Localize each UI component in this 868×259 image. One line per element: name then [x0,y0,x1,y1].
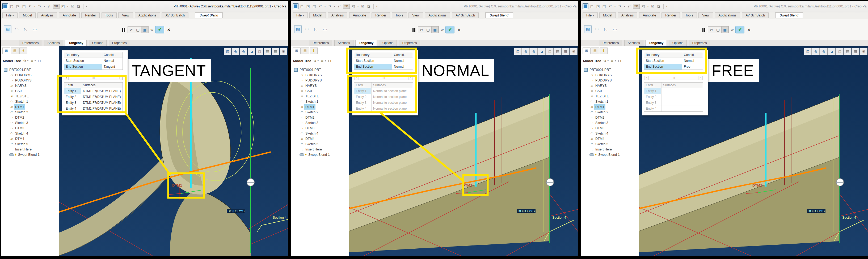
datum-display-button[interactable]: ✳ [860,48,867,55]
tree-item[interactable]: ▱DTM3 [581,125,639,131]
model-tree-tab[interactable]: ⊞ [583,47,591,54]
zoom-out-button[interactable]: ⊖ [820,48,828,55]
tree-item[interactable]: ◠Sketch 4 [581,131,639,136]
tab-model[interactable]: Model [599,12,616,18]
file-menu[interactable]: File▾ [583,12,598,18]
start-section-row[interactable]: Start Section Normal [354,58,413,64]
zoom-in-button[interactable]: ⊕ [812,48,819,55]
horizontal-scrollbar[interactable]: ◄ |||| ► [354,76,413,80]
tab-references[interactable]: References [599,40,622,46]
sb-badge-icon[interactable]: SB [53,4,60,9]
tab-properties[interactable]: Properties [109,40,130,46]
start-section-row[interactable]: Start Section Normal [644,58,703,64]
entity-row[interactable]: Entity 2 Normal to section plane [354,94,413,100]
tab-view[interactable]: View [118,12,133,18]
tree-item[interactable]: ▱DTM2 [1,115,59,120]
favorites-tab[interactable]: ✱ [20,47,27,54]
tab-properties[interactable]: Properties [689,40,710,46]
zoom-out-button[interactable]: ⊖ [240,48,247,55]
tree-item[interactable]: ◠Sketch 2 [1,110,59,115]
open-button[interactable]: ◳ [305,4,311,9]
tree-item[interactable]: ✳TEZISTE [581,94,639,99]
cancel-button[interactable]: × [166,27,171,33]
tab-swept-blend[interactable]: Swept Blend [775,12,803,18]
display-style-button[interactable]: □ [256,48,264,55]
wireframe-preview-button[interactable]: ▢ [425,27,431,33]
datum-display-button[interactable]: ✳ [280,48,287,55]
open-button[interactable]: ◳ [595,4,601,9]
tab-model[interactable]: Model [309,12,326,18]
tree-tools-icon[interactable]: ⚙ [23,59,26,63]
scroll-right-button[interactable]: ► [118,76,123,80]
scroll-left-button[interactable]: ◄ [354,76,359,80]
tree-item-insert-here[interactable]: →Insert Here [581,147,639,152]
horizontal-scrollbar[interactable]: ◄ |||| ► [644,76,703,80]
remove-material-button[interactable]: ◺ [312,26,320,33]
tree-item[interactable]: ▱PUDORYS [581,78,639,83]
tree-item[interactable]: ◠Sketch 2 [291,110,349,115]
end-section-row[interactable]: End Section Tangent [64,64,123,70]
start-section-row[interactable]: Start Section Normal [64,58,123,64]
tree-item[interactable]: ▱DTM3 [1,125,59,131]
undo-button[interactable]: ↶ [27,4,33,9]
new-file-button[interactable]: ▢ [589,4,594,9]
entity-row[interactable]: Entity 4 Normal to section plane [354,106,413,111]
undo-caret-icon[interactable]: ▾ [614,4,616,9]
regenerate-button[interactable]: ⇄ [46,4,52,9]
tree-list-icon[interactable]: ≣ [321,59,324,63]
cancel-button[interactable]: × [456,27,461,33]
save-button[interactable]: ◫ [311,4,317,9]
model-tree-tab[interactable]: ⊞ [292,47,301,54]
app-icon[interactable] [292,3,299,9]
folder-browser-tab[interactable]: ▤ [591,47,599,54]
pause-button[interactable] [702,27,706,32]
saved-views-button[interactable]: ▤ [844,48,851,55]
entity-row[interactable]: Entity 1 Normal to section plane [354,88,413,94]
tab-tangency[interactable]: Tangency [65,40,87,46]
zoom-region-button[interactable]: ⊡ [804,48,812,55]
entity-row[interactable]: Entity 2 [644,94,703,100]
saved-views-button[interactable]: ▤ [264,48,271,55]
tree-item[interactable]: ◠Sketch 3 [1,120,59,125]
tree-item[interactable]: ◠Sketch 5 [581,142,639,147]
tab-av-scribatch[interactable]: AV ScriBatch [742,12,769,18]
tree-item[interactable]: ◠Sketch 5 [291,142,349,147]
tree-item[interactable]: ✳TEZISTE [291,94,349,99]
view-manager-button[interactable]: ▦ [562,48,569,55]
entity-row[interactable]: Entity 3 DTM1:F7(DATUM PLANE) [64,100,123,106]
tab-references[interactable]: References [309,40,332,46]
tab-render[interactable]: Render [372,12,390,18]
cancel-button[interactable]: × [746,27,751,33]
tree-item[interactable]: ◠Sketch 1 [1,99,59,104]
saved-views-button[interactable]: ▤ [554,48,562,55]
tree-item[interactable]: ◠Sketch 2 [581,110,639,115]
entity-row[interactable]: Entity 1 [644,88,703,94]
more-commands-button[interactable]: ▼ [375,4,378,9]
scrollbar-track[interactable]: |||| [68,76,118,80]
remove-material-button[interactable]: ◺ [22,26,30,33]
tab-render[interactable]: Render [661,12,680,18]
tab-analysis[interactable]: Analysis [328,12,348,18]
entity-row[interactable]: Entity 3 Normal to section plane [354,100,413,106]
end-section-row[interactable]: End Section Normal [354,64,413,70]
tab-tangency[interactable]: Tangency [355,40,377,46]
tree-item-part[interactable]: PRT0001.PRT [291,67,349,72]
thin-button[interactable]: ▭ [31,26,38,33]
window-caret-icon[interactable]: ▾ [647,4,649,9]
surface-button[interactable]: ◠ [303,26,311,33]
shaded-preview-button[interactable]: ▣ [431,27,438,33]
file-menu[interactable]: File▾ [2,12,18,18]
tree-item[interactable]: ✳CS0 [581,88,639,94]
tab-view[interactable]: View [699,12,713,18]
surface-button[interactable]: ◠ [13,26,21,33]
scrollbar-track[interactable]: |||| [359,76,408,80]
no-preview-button[interactable]: ⊘ [708,27,715,33]
tree-item[interactable]: ▱BOKORYS [291,72,349,78]
tree-item[interactable]: ▱BOKORYS [581,72,639,78]
chevron-down-icon[interactable]: ▾ [318,60,319,62]
remove-material-button[interactable]: ◺ [602,26,610,33]
view-manager-button[interactable]: ▦ [272,48,279,55]
tree-item[interactable]: ◠Sketch 1 [291,99,349,104]
tree-item[interactable]: ◠Sketch 5 [1,142,59,147]
tab-model[interactable]: Model [19,12,36,18]
